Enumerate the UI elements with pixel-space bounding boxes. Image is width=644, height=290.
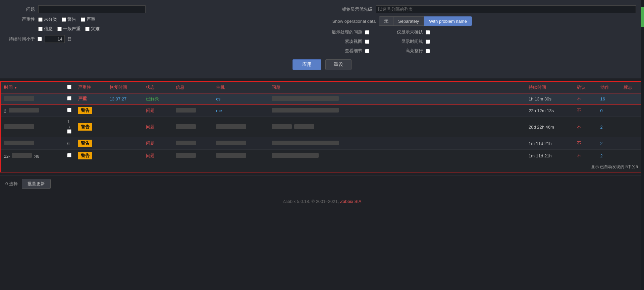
op-btn-separately[interactable]: Separately bbox=[393, 16, 424, 26]
th-action[interactable]: 动作 bbox=[597, 82, 620, 93]
batch-update-button[interactable]: 批量更新 bbox=[22, 179, 51, 189]
severity-critical[interactable]: 严重 bbox=[81, 16, 95, 22]
checkbox-warning[interactable] bbox=[62, 17, 66, 22]
timeline-checkbox[interactable] bbox=[426, 40, 430, 44]
duration-checkbox[interactable] bbox=[38, 37, 42, 41]
ack-value: 不 bbox=[577, 124, 581, 129]
table-header-row: 时间 严重性 恢复时间 状态 信息 主机 bbox=[1, 82, 643, 93]
cell-action: 0 bbox=[597, 104, 620, 117]
action-buttons: 应用 重设 bbox=[8, 59, 636, 71]
th-time[interactable]: 时间 bbox=[1, 82, 64, 93]
row-checkbox[interactable] bbox=[67, 108, 71, 112]
footer-company-link[interactable]: Zabbix SIA bbox=[340, 199, 362, 204]
th-problem[interactable]: 问题 bbox=[268, 82, 525, 93]
th-info[interactable]: 信息 bbox=[172, 82, 213, 93]
op-data-row: Show operational data 无 Separately With … bbox=[329, 16, 636, 26]
th-checkbox[interactable] bbox=[64, 82, 75, 93]
ack-value: 不 bbox=[577, 108, 581, 113]
th-tags[interactable]: 标志 bbox=[620, 82, 643, 93]
host-blurred bbox=[216, 124, 246, 129]
info-blurred bbox=[176, 108, 196, 113]
checkbox-unclassified[interactable] bbox=[38, 17, 43, 22]
checkbox-critical[interactable] bbox=[81, 17, 85, 22]
problem-blurred bbox=[272, 153, 319, 158]
table-row: 22- :48 警告 问题 bbox=[1, 150, 643, 162]
view-details-checkbox[interactable] bbox=[365, 49, 369, 53]
severity-warning[interactable]: 警告 bbox=[62, 16, 76, 22]
th-host[interactable]: 主机 bbox=[213, 82, 268, 93]
action-value[interactable]: 0 bbox=[600, 108, 603, 113]
checkbox-disaster[interactable] bbox=[85, 27, 90, 31]
severity-average[interactable]: 一般严重 bbox=[57, 26, 80, 32]
cell-duration: 22h 12m 13s bbox=[525, 104, 574, 117]
cell-checkbox[interactable]: 1 › bbox=[64, 117, 75, 137]
problem-input[interactable] bbox=[38, 5, 146, 13]
cell-checkbox[interactable]: 6 bbox=[64, 137, 75, 150]
apply-button[interactable]: 应用 bbox=[292, 59, 321, 70]
th-ack[interactable]: 确认 bbox=[574, 82, 597, 93]
op-btn-with-name[interactable]: With problem name bbox=[424, 16, 472, 26]
cell-tags bbox=[620, 137, 643, 150]
checkbox-row-right2: 紧凑视图 显示时间线 bbox=[329, 39, 636, 45]
severity-unclassified[interactable]: 未分类 bbox=[38, 16, 57, 22]
timeline-pair: 显示时间线 bbox=[383, 39, 430, 45]
cell-checkbox[interactable] bbox=[64, 104, 75, 117]
severity-info[interactable]: 信息 bbox=[38, 26, 53, 32]
action-value[interactable]: 2 bbox=[600, 153, 603, 158]
cell-problem bbox=[268, 150, 525, 162]
table-row: 严重 13:07:27 已解决 cs 1h 13m 30s bbox=[1, 93, 643, 104]
status-value[interactable]: 问题 bbox=[146, 124, 155, 129]
severity-checkboxes: 未分类 警告 严重 bbox=[38, 16, 95, 22]
highlight-checkbox[interactable] bbox=[426, 49, 430, 53]
status-value[interactable]: 问题 bbox=[146, 153, 155, 158]
row-checkbox[interactable] bbox=[67, 129, 71, 134]
severity-disaster[interactable]: 灾难 bbox=[85, 26, 100, 32]
status-value[interactable]: 问题 bbox=[146, 108, 155, 113]
row-checkbox[interactable] bbox=[67, 96, 71, 100]
footer-copyright: Zabbix 5.0.18. © 2001–2021, bbox=[282, 199, 339, 204]
reset-button[interactable]: 重设 bbox=[325, 59, 352, 70]
scrollbar[interactable] bbox=[641, 0, 644, 290]
cell-checkbox[interactable] bbox=[64, 93, 75, 104]
checkbox-average[interactable] bbox=[57, 27, 62, 31]
severity-row: 严重性 未分类 警告 严重 bbox=[8, 16, 315, 22]
scrollbar-thumb[interactable] bbox=[641, 7, 644, 27]
th-status[interactable]: 状态 bbox=[143, 82, 172, 93]
status-value[interactable]: 问题 bbox=[146, 141, 155, 146]
cell-action: 2 bbox=[597, 117, 620, 137]
th-duration[interactable]: 持续时间 bbox=[525, 82, 574, 93]
compact-label: 紧凑视图 bbox=[329, 39, 362, 45]
show-resolved-checkbox[interactable] bbox=[365, 30, 369, 34]
action-value[interactable]: 16 bbox=[600, 96, 605, 101]
table-row: 6 警告 问题 1m 11d 21h bbox=[1, 137, 643, 150]
cell-problem bbox=[268, 137, 525, 150]
action-value[interactable]: 2 bbox=[600, 125, 603, 130]
action-value[interactable]: 2 bbox=[600, 141, 603, 146]
th-recovery[interactable]: 恢复时间 bbox=[106, 82, 143, 93]
host-blurred bbox=[216, 141, 246, 145]
op-btn-none[interactable]: 无 bbox=[379, 16, 393, 26]
show-resolved-label: 显示处理的问题 bbox=[329, 29, 362, 35]
table-footer: 显示 已自动发现的 5中的5 bbox=[1, 162, 643, 172]
duration-input[interactable] bbox=[45, 35, 65, 43]
severity-value: 警告 bbox=[78, 107, 92, 114]
cell-time: 22- :48 bbox=[1, 150, 64, 162]
select-all-checkbox[interactable] bbox=[67, 85, 71, 89]
compact-checkbox[interactable] bbox=[365, 40, 369, 44]
row-number: 1 bbox=[67, 120, 69, 124]
checkbox-info[interactable] bbox=[38, 27, 43, 31]
host-value[interactable]: me bbox=[216, 108, 222, 113]
row-checkbox[interactable] bbox=[67, 153, 71, 157]
host-value[interactable]: cs bbox=[216, 96, 220, 101]
cell-checkbox[interactable] bbox=[64, 150, 75, 162]
time-blurred bbox=[4, 96, 34, 101]
tag-priority-input[interactable] bbox=[376, 5, 636, 13]
severity-value: 警告 bbox=[78, 140, 92, 147]
th-severity[interactable]: 严重性 bbox=[75, 82, 106, 93]
data-table: 时间 严重性 恢复时间 状态 信息 主机 bbox=[1, 82, 643, 162]
problem-blurred bbox=[272, 141, 339, 145]
info-blurred bbox=[176, 153, 196, 158]
cell-host: me bbox=[213, 104, 268, 117]
unconfirmed-checkbox[interactable] bbox=[426, 30, 430, 34]
problem-blurred bbox=[272, 96, 339, 101]
